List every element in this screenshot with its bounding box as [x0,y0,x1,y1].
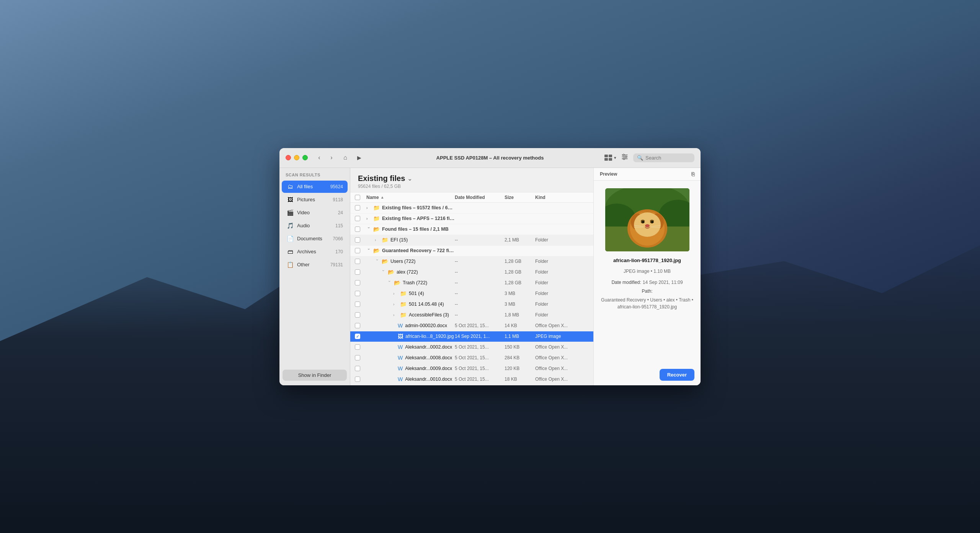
folder-icon: 📂 [373,226,380,232]
row-checkbox-checked[interactable] [355,334,360,339]
table-row[interactable]: › 📁 AccessibleFiles (3) -- 1,8 MB Folder [350,310,593,321]
expand-arrow-icon[interactable]: › [375,259,379,264]
sidebar-item-archives[interactable]: 🗃 Archives 170 [282,246,348,258]
row-checkbox[interactable] [355,377,360,382]
expand-arrow-icon[interactable]: › [375,238,379,242]
sidebar-item-audio[interactable]: 🎵 Audio 115 [282,220,348,232]
table-row[interactable]: › 📁 501 14.05.48 (4) -- 3 MB Folder [350,299,593,310]
select-all-checkbox[interactable] [355,195,366,200]
preview-footer: Recover [594,364,701,385]
table-row[interactable]: › 📂 alex (722) -- 1,28 GB Folder [350,267,593,278]
expand-arrow-icon[interactable]: › [367,227,371,231]
table-row[interactable]: › 📂 Trash (722) -- 1,28 GB Folder [350,278,593,289]
row-filename: Aleksandr...0010.docx [405,377,452,382]
traffic-lights [286,155,308,160]
document-icon: W [398,365,403,372]
header-checkbox[interactable] [355,195,360,200]
row-checkbox[interactable] [355,259,360,264]
row-checkbox[interactable] [355,312,360,318]
table-header: Name ▲ Date Modified Size Kind [350,192,593,203]
minimize-button[interactable] [294,155,299,160]
sidebar-item-video[interactable]: 🎬 Video 24 [282,207,348,219]
row-date: -- [455,302,505,307]
table-row[interactable]: › 📁 Existing files – 91572 files / 60,86… [350,203,593,214]
row-checkbox[interactable] [355,302,360,307]
table-row[interactable]: › 📂 Guaranteed Recovery – 722 files / 1,… [350,246,593,256]
row-checkbox[interactable] [355,248,360,253]
filter-icon[interactable] [621,153,629,162]
search-box[interactable]: 🔍 [633,153,694,162]
row-kind: Folder [535,237,589,243]
expand-arrow-icon[interactable]: › [366,206,371,210]
row-kind: Folder [535,259,589,264]
archives-count: 170 [335,249,343,254]
row-checkbox[interactable] [355,366,360,371]
sidebar: Scan results 🗂 All files 95624 🖼 Picture… [279,168,350,385]
table-row[interactable]: W Aleksandr...0010.docx 5 Oct 2021, 15..… [350,374,593,385]
recover-button[interactable]: Recover [660,369,694,381]
row-filename: Users (722) [390,259,415,264]
table-row[interactable]: › 📁 Existing files – APFS – 1216 files /… [350,214,593,224]
file-section: Existing files ⌄ 95624 files / 62,5 GB N… [350,168,593,385]
table-body: › 📁 Existing files – 91572 files / 60,86… [350,203,593,385]
row-filename: Trash (722) [403,280,427,285]
window-title: APPLE SSD AP0128M – All recovery methods [436,155,544,161]
expand-arrow-icon[interactable]: › [393,292,398,296]
row-size: 1,28 GB [505,269,535,275]
row-filename: AccessibleFiles (3) [409,312,449,318]
table-row[interactable]: W Aleksandr...0009.docx 5 Oct 2021, 15..… [350,363,593,374]
table-row[interactable]: W Aleksandr...0011.docx 5 Oct 2021, 15..… [350,385,593,385]
row-checkbox[interactable] [355,355,360,360]
expand-arrow-icon[interactable]: › [366,217,371,221]
row-checkbox[interactable] [355,237,360,243]
file-list-chevron-icon[interactable]: ⌄ [407,175,412,182]
sidebar-item-all-files[interactable]: 🗂 All files 95624 [282,181,348,193]
play-button[interactable]: ▶ [354,152,364,163]
table-row[interactable]: › 📁 EFI (15) -- 2,1 MB Folder [350,235,593,246]
row-checkbox[interactable] [355,205,360,210]
close-button[interactable] [286,155,291,160]
table-row[interactable]: W Aleksandr...0008.docx 5 Oct 2021, 15..… [350,353,593,363]
col-header-date[interactable]: Date Modified [455,195,505,200]
row-checkbox[interactable] [355,280,360,285]
table-row[interactable]: › 📂 Users (722) -- 1,28 GB Folder [350,256,593,267]
col-header-kind[interactable]: Kind [535,195,589,200]
folder-icon: 📂 [373,248,380,254]
row-kind: Office Open X... [535,355,589,360]
nav-back-button[interactable]: ‹ [314,152,325,163]
sidebar-item-documents[interactable]: 📄 Documents 7066 [282,233,348,245]
expand-arrow-icon[interactable]: › [367,248,371,253]
row-checkbox[interactable] [355,227,360,232]
table-row[interactable]: 🖼 african-lio...8_1920.jpg 14 Sep 2021, … [350,331,593,342]
expand-arrow-icon[interactable]: › [381,270,385,274]
table-row[interactable]: › 📂 Found files – 15 files / 2,1 MB [350,224,593,235]
table-row[interactable]: W admin-000020.docx 5 Oct 2021, 15... 14… [350,321,593,331]
svg-rect-3 [609,158,612,161]
expand-arrow-icon[interactable]: › [393,313,398,317]
expand-arrow-icon[interactable]: › [387,280,392,285]
row-checkbox[interactable] [355,216,360,221]
expand-arrow-icon[interactable]: › [393,302,398,306]
row-checkbox[interactable] [355,291,360,296]
row-checkbox[interactable] [355,344,360,350]
row-checkbox[interactable] [355,323,360,328]
pictures-icon: 🖼 [286,196,294,204]
sidebar-item-pictures[interactable]: 🖼 Pictures 9118 [282,194,348,206]
nav-forward-button[interactable]: › [326,152,337,163]
table-row[interactable]: › 📁 501 (4) -- 3 MB Folder [350,289,593,299]
maximize-button[interactable] [302,155,308,160]
col-header-name[interactable]: Name ▲ [366,195,455,200]
search-input[interactable] [645,155,688,161]
sidebar-item-other[interactable]: 📋 Other 79131 [282,259,348,271]
row-checkbox[interactable] [355,269,360,275]
copy-icon[interactable]: ⎘ [691,171,694,177]
col-header-size[interactable]: Size [505,195,535,200]
row-filename: alex (722) [397,269,418,275]
table-row[interactable]: W Aleksandr...0002.docx 5 Oct 2021, 15..… [350,342,593,353]
view-toggle[interactable]: ▾ [604,154,616,161]
row-date: 5 Oct 2021, 15... [455,355,505,360]
folder-icon: 📁 [373,205,380,211]
preview-metadata: JPEG image • 1.10 MB Date modified: 14 S… [600,268,694,311]
show-in-finder-button[interactable]: Show in Finder [283,370,347,381]
home-button[interactable]: ⌂ [340,152,351,163]
